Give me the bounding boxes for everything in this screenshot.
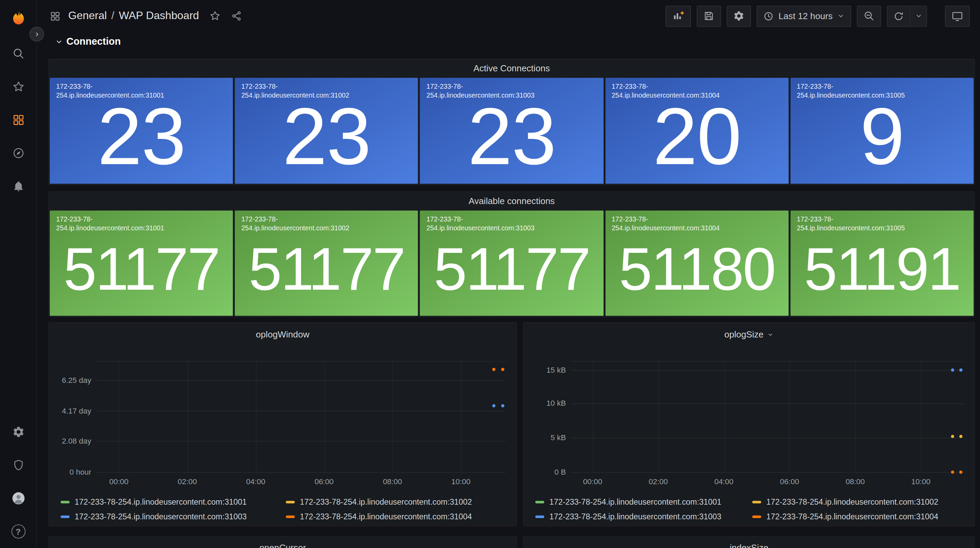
save-dashboard-button[interactable] [697,5,721,27]
refresh-dashboard-button[interactable] [887,5,910,27]
time-range-label: Last 12 hours [778,11,833,21]
sidebar-item-search[interactable] [8,43,28,64]
series-point [959,368,962,371]
legend-item[interactable]: 172-233-78-254.ip.linodeusercontent.com:… [752,512,969,521]
panel-title[interactable]: oplogSize [524,323,974,346]
add-panel-icon [672,10,684,22]
sidebar-item-alerting[interactable] [8,176,28,196]
h-gridline [96,380,506,381]
sidebar-item-explore[interactable] [8,143,28,163]
legend-label: 172-233-78-254.ip.linodeusercontent.com:… [75,497,247,507]
y-axis-tick: 2.08 day [62,436,91,445]
stat-value: 23 [420,78,603,183]
x-axis-tick: 08:00 [383,477,402,486]
share-dashboard-button[interactable] [231,10,243,22]
y-axis-tick: 5 kB [551,433,566,442]
series-point [492,368,495,371]
avatar [11,491,26,506]
series-swatch [61,516,70,518]
chart-legend: 172-233-78-254.ip.linodeusercontent.com:… [61,497,511,521]
panel-title[interactable]: openCursor [49,537,516,548]
time-range-picker[interactable]: Last 12 hours [757,5,851,27]
panel-title-text: Active Connections [474,63,550,73]
stat-tile: 172-233-78-254.ip.linodeusercontent.com:… [235,210,418,316]
legend-item[interactable]: 172-233-78-254.ip.linodeusercontent.com:… [535,497,752,507]
stat-value: 51177 [235,210,418,316]
stat-value: 51180 [605,210,789,316]
y-axis: 15 kB 10 kB 5 kB 0 B [528,361,566,472]
series-swatch [535,516,544,518]
x-axis-tick: 04:00 [246,477,265,486]
sidebar-item-starred[interactable] [8,76,28,97]
header-actions: Last 12 hours [665,5,970,27]
h-gridline [571,370,964,371]
legend-item[interactable]: 172-233-78-254.ip.linodeusercontent.com:… [752,497,969,507]
panel-title[interactable]: Active Connections [49,59,974,77]
star-dashboard-button[interactable] [209,10,221,22]
add-panel-button[interactable] [665,5,691,27]
stat-value: 51177 [50,210,233,316]
legend-item[interactable]: 172-233-78-254.ip.linodeusercontent.com:… [535,512,752,521]
series-swatch [535,501,544,503]
grafana-logo-icon[interactable] [8,9,28,28]
sidebar-item-settings[interactable] [8,422,28,442]
legend-label: 172-233-78-254.ip.linodeusercontent.com:… [300,512,472,521]
stat-tile: 172-233-78-254.ip.linodeusercontent.com:… [420,78,603,183]
stat-tile: 172-233-78-254.ip.linodeusercontent.com:… [605,210,789,316]
panel-title[interactable]: indexSize [524,537,974,548]
sidebar-item-dashboards[interactable] [8,110,28,131]
row-connection[interactable]: Connection [55,33,121,50]
chart-legend: 172-233-78-254.ip.linodeusercontent.com:… [535,497,969,521]
panel-title[interactable]: oplogWindow [49,323,516,346]
legend-label: 172-233-78-254.ip.linodeusercontent.com:… [549,497,721,507]
refresh-interval-dropdown[interactable] [910,5,927,27]
series-point [951,435,954,438]
panel-active-connections: Active Connections 172-233-78-254.ip.lin… [48,59,975,185]
shield-icon [12,459,25,471]
panel-oplog-window: oplogWindow 6.25 day 4.17 day 2.08 day 0… [48,322,517,526]
sidebar-item-profile[interactable] [8,488,28,508]
zoom-out-time-button[interactable] [857,5,881,27]
h-gridline [571,361,964,362]
sidebar-item-security[interactable] [8,455,28,475]
series-point [951,470,954,474]
v-gridline [593,361,593,472]
x-axis-tick: 06:00 [780,477,799,486]
v-gridline [461,361,462,472]
stat-value: 51177 [420,210,603,316]
series-point [501,368,504,371]
stat-tile: 172-233-78-254.ip.linodeusercontent.com:… [790,210,974,316]
kiosk-mode-button[interactable] [945,5,970,27]
chevron-down-icon [767,331,774,338]
series-point [959,435,962,438]
clock-icon [763,11,774,21]
sidebar-expand-button[interactable]: › [29,27,44,41]
stat-tiles: 172-233-78-254.ip.linodeusercontent.com:… [50,210,974,316]
legend-label: 172-233-78-254.ip.linodeusercontent.com:… [300,497,472,507]
chevron-down-icon [55,37,63,45]
h-gridline [96,472,506,473]
chevron-down-icon [837,12,845,20]
star-icon [12,81,25,93]
dashboard-settings-button[interactable] [727,5,751,27]
tv-monitor-icon [951,10,964,22]
y-axis: 6.25 day 4.17 day 2.08 day 0 hour [53,361,91,472]
panel-title-text: openCursor [259,542,306,548]
legend-item[interactable]: 172-233-78-254.ip.linodeusercontent.com:… [286,512,511,521]
legend-item[interactable]: 172-233-78-254.ip.linodeusercontent.com:… [61,497,286,507]
stat-tile: 172-233-78-254.ip.linodeusercontent.com:… [605,78,789,183]
panel-title[interactable]: Available connections [49,192,974,210]
stat-value: 9 [790,78,974,183]
x-axis-tick: 00:00 [583,477,602,486]
v-gridline [256,361,256,472]
legend-item[interactable]: 172-233-78-254.ip.linodeusercontent.com:… [286,497,511,507]
panel-title-text: Available connections [468,196,555,206]
breadcrumb-folder[interactable]: General [68,10,107,22]
y-axis-tick: 0 hour [70,468,91,477]
sidebar-item-help[interactable]: ? [8,521,28,542]
series-point [951,368,954,371]
panel-index-size: indexSize [523,536,975,548]
legend-item[interactable]: 172-233-78-254.ip.linodeusercontent.com:… [61,512,286,521]
panel-oplog-size: oplogSize 15 kB 10 kB 5 kB 0 B 00:00 [523,322,975,526]
breadcrumb[interactable]: General / WAP Dashboard [68,10,199,22]
